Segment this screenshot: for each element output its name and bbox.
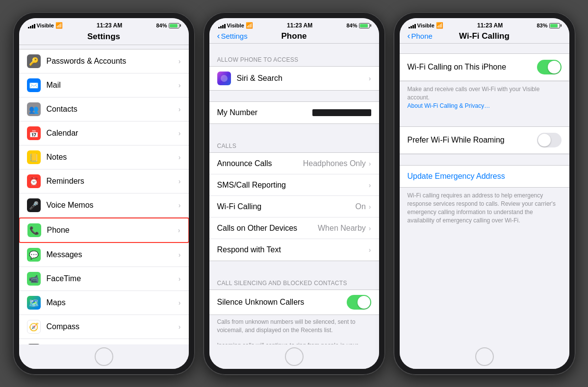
phone-icon: 📞 (27, 223, 41, 237)
chevron-icon: › (179, 57, 181, 65)
wifi-calling-content[interactable]: Wi-Fi Calling on This iPhone Make and re… (400, 44, 569, 344)
wifi-calling-row[interactable]: Wi-Fi Calling on This iPhone (400, 54, 569, 81)
settings-item-phone[interactable]: 📞 Phone › (19, 218, 189, 243)
silence-label: Silence Unknown Callers (217, 298, 347, 307)
back-button-2[interactable]: ‹ Settings (217, 32, 248, 40)
siri-label: Siri & Search (237, 74, 369, 83)
battery-label: 84% (156, 23, 167, 28)
settings-list[interactable]: 🔑 Passwords & Accounts › ✉️ Mail › 👥 Con… (19, 45, 189, 344)
maps-icon: 🗺️ (27, 296, 41, 310)
siri-search-item[interactable]: Siri & Search › (209, 67, 379, 90)
status-left-1: Visible 📶 (28, 22, 63, 29)
calendar-label: Calendar (47, 129, 179, 138)
passwords-label: Passwords & Accounts (47, 57, 179, 66)
back-button-3[interactable]: ‹ Phone (408, 32, 433, 40)
settings-item-facetime[interactable]: 📹 FaceTime › (19, 267, 189, 291)
wifi-icon-2: 📶 (246, 22, 253, 29)
settings-item-voicememos[interactable]: 🎤 Voice Memos › (19, 194, 189, 218)
status-right-3: 83% (537, 23, 560, 28)
status-right-1: 84% (156, 23, 179, 28)
svg-point-0 (221, 75, 228, 82)
time-label-2: 11:23 AM (287, 22, 312, 29)
status-bar-1: Visible 📶 11:23 AM 84% (19, 18, 189, 31)
nav-bar-2: ‹ Settings Phone (209, 31, 379, 44)
chevron-icon: › (179, 177, 181, 185)
settings-item-mail[interactable]: ✉️ Mail › (19, 73, 189, 97)
wifi-toggle-knob (548, 61, 561, 73)
silence-toggle[interactable] (347, 295, 371, 310)
wifi-link[interactable]: About Wi-Fi Calling & Privacy… (408, 102, 490, 109)
calls-group: Announce Calls Headphones Only › SMS/Cal… (209, 152, 379, 261)
carrier-label: Visible (37, 23, 54, 28)
home-button-2[interactable] (285, 347, 304, 366)
update-address-row[interactable]: Update Emergency Address (400, 166, 569, 187)
mail-label: Mail (47, 81, 179, 90)
wifi-desc-text: Make and receive calls over Wi-Fi with y… (408, 86, 540, 101)
reminders-label: Reminders (47, 177, 179, 186)
calls-header: CALLS (209, 135, 379, 152)
page-title-2: Phone (281, 31, 307, 41)
voicememos-label: Voice Memos (47, 201, 179, 210)
settings-item-messages[interactable]: 💬 Messages › (19, 243, 189, 267)
page-title-3: Wi-Fi Calling (459, 31, 510, 41)
battery-icon-3 (549, 23, 560, 28)
phone-settings-content[interactable]: ALLOW PHONE TO ACCESS Siri & Search › My… (209, 44, 379, 344)
mail-icon: ✉️ (27, 78, 41, 92)
home-button-3[interactable] (475, 347, 494, 366)
chevron-icon: › (179, 275, 181, 283)
respond-text-label: Respond with Text (217, 245, 369, 254)
my-number-group: My Number (209, 101, 379, 124)
status-bar-2: Visible 📶 11:23 AM 84% (209, 18, 379, 31)
carrier-label-3: Visible (417, 23, 435, 28)
announce-calls-value: Headphones Only (303, 159, 366, 168)
back-chevron-icon-3: ‹ (408, 31, 410, 40)
settings-item-contacts[interactable]: 👥 Contacts › (19, 97, 189, 121)
compass-icon: 🧭 (27, 320, 41, 334)
maps-label: Maps (47, 298, 179, 307)
announce-calls-item[interactable]: Announce Calls Headphones Only › (209, 153, 379, 174)
chevron-icon: › (178, 226, 180, 234)
respond-text-item[interactable]: Respond with Text › (209, 239, 379, 261)
settings-item-reminders[interactable]: ⏰ Reminders › (19, 169, 189, 194)
battery-label-3: 83% (537, 23, 547, 28)
sms-call-reporting-item[interactable]: SMS/Call Reporting › (209, 174, 379, 196)
settings-item-measure[interactable]: 📏 Measure › (19, 339, 189, 344)
phone-1: Visible 📶 11:23 AM 84% Settings 🔑 Passwo… (13, 12, 195, 375)
facetime-icon: 📹 (27, 272, 41, 286)
settings-group-1: 🔑 Passwords & Accounts › ✉️ Mail › 👥 Con… (19, 49, 189, 344)
back-chevron-icon: ‹ (217, 31, 220, 40)
status-left-3: Visible 📶 (409, 22, 443, 29)
prefer-wifi-group: Prefer Wi-Fi While Roaming (400, 126, 569, 154)
signal-icon (28, 23, 35, 28)
settings-item-compass[interactable]: 🧭 Compass › (19, 315, 189, 339)
contacts-icon: 👥 (27, 102, 41, 116)
wifi-calling-toggle-group: Wi-Fi Calling on This iPhone (400, 53, 569, 81)
wifi-calling-desc: Make and receive calls over Wi-Fi with y… (400, 81, 569, 116)
settings-item-maps[interactable]: 🗺️ Maps › (19, 291, 189, 315)
passwords-icon: 🔑 (27, 54, 41, 68)
battery-fill-3 (550, 24, 558, 27)
chevron-icon: › (369, 160, 371, 168)
silence-unknown-item[interactable]: Silence Unknown Callers (209, 290, 379, 314)
wifi-calling-toggle[interactable] (537, 60, 562, 74)
back-label-2: Settings (221, 32, 248, 40)
announce-calls-label: Announce Calls (217, 159, 303, 168)
compass-label: Compass (47, 322, 179, 331)
settings-item-calendar[interactable]: 📅 Calendar › (19, 121, 189, 145)
phone-2: Visible 📶 11:23 AM 84% ‹ Settings Phone … (204, 12, 385, 375)
phone-label: Phone (47, 226, 178, 235)
calls-other-devices-item[interactable]: Calls on Other Devices When Nearby › (209, 218, 379, 239)
calls-other-label: Calls on Other Devices (217, 224, 318, 233)
chevron-icon: › (179, 251, 181, 259)
home-button-1[interactable] (95, 347, 113, 366)
settings-item-notes[interactable]: 📒 Notes › (19, 145, 189, 169)
wifi-calling-label: Wi-Fi Calling (217, 202, 356, 211)
messages-label: Messages (47, 250, 179, 259)
wifi-calling-item[interactable]: Wi-Fi Calling On › (209, 196, 379, 218)
my-number-row[interactable]: My Number (209, 102, 379, 123)
notes-icon: 📒 (27, 150, 41, 164)
settings-item-passwords[interactable]: 🔑 Passwords & Accounts › (19, 49, 189, 73)
prefer-wifi-row[interactable]: Prefer Wi-Fi While Roaming (400, 127, 569, 154)
prefer-wifi-toggle[interactable] (537, 133, 562, 147)
calls-other-value: When Nearby (318, 224, 366, 233)
